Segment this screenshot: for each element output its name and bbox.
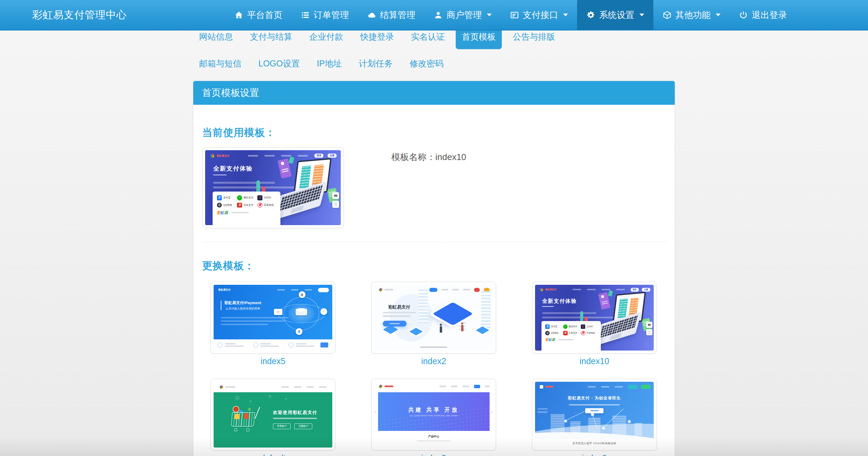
template-grid: 彩虹易支付 彩虹易支付/Payment让支付接入前所未有的简单 (202, 282, 666, 456)
list-icon (301, 11, 310, 20)
alipay-icon (217, 195, 222, 200)
wechat-pay-icon (563, 324, 568, 329)
template-thumbnail[interactable]: 彩虹易支付 - 为创业者而生 全天候无人值守 7X24小时高效运转 (532, 379, 657, 451)
template-thumbnail[interactable]: 彩虹易支付 (371, 282, 496, 354)
preview-logo-text: 彩虹易支付 (217, 154, 230, 157)
home-icon (234, 11, 243, 20)
template-name-link[interactable]: default (211, 453, 335, 456)
template-name-link[interactable]: index3 (371, 453, 496, 456)
qq-icon (299, 291, 305, 298)
logo-icon (540, 385, 543, 389)
template-card-index8[interactable]: 彩虹易支付 - 为创业者而生 全天候无人值守 7X24小时高效运转 (532, 379, 657, 456)
check-icon (320, 308, 327, 315)
nav-item-platform-home[interactable]: 平台首页 (225, 0, 292, 30)
tabs-row-2: 邮箱与短信 LOGO设置 IP地址 计划任务 修改密码 (193, 54, 675, 73)
jd-pay-icon (563, 331, 568, 335)
rainbow-logo-icon (211, 154, 214, 157)
rainbow-logo-icon (379, 288, 382, 292)
credit-card-icon (510, 11, 519, 20)
nav-item-payment-api[interactable]: 支付接口 (501, 0, 577, 30)
tab-scheduled-tasks[interactable]: 计划任务 (353, 54, 399, 73)
nav-item-logout[interactable]: 退出登录 (730, 0, 796, 30)
mail-icon (274, 309, 282, 315)
rainbow-logo-icon (379, 385, 382, 388)
app-title: 彩虹易支付管理中心 (32, 8, 127, 22)
nav-item-label: 退出登录 (752, 9, 787, 21)
template-card-index5[interactable]: 彩虹易支付 彩虹易支付/Payment让支付接入前所未有的简单 (211, 282, 335, 366)
template-preview-index5: 彩虹易支付 彩虹易支付/Payment让支付接入前所未有的简单 (214, 285, 332, 351)
preview-login-button: 登录 (314, 154, 324, 158)
template-thumbnail[interactable]: 欢迎使用彩虹易支付 登录账户 注册账户 (211, 379, 335, 451)
template-preview-default: 欢迎使用彩虹易支付 登录账户 注册账户 (214, 382, 332, 448)
gear-icon (586, 11, 595, 20)
cube-icon (663, 11, 672, 20)
next-arrow-icon: › (491, 409, 492, 415)
nav-item-settlement[interactable]: 结算管理 (358, 0, 425, 30)
current-template-name: 模板名称：index10 (391, 151, 466, 163)
template-settings-panel: 首页模板设置 当前使用模板： 彩虹易支付 登录 注册 全新支付体验 (193, 81, 675, 456)
template-preview-index10: 彩虹易支付 登录 注册 全新支付体验 (205, 150, 341, 225)
cloud-icon (367, 11, 376, 20)
template-preview-index3: 共建 共享 开放 CO CONSTRUCTION SHARING AND OPE… (374, 382, 493, 448)
template-thumbnail[interactable]: 共建 共享 开放 CO CONSTRUCTION SHARING AND OPE… (371, 379, 496, 451)
power-icon (739, 11, 748, 20)
preview-headline: 彩虹易支付 (383, 304, 416, 310)
preview-headline: 全新支付体验 (213, 165, 253, 172)
tab-logo-settings[interactable]: LOGO设置 (252, 54, 306, 73)
preview-headline: 彩虹易支付/Payment (224, 301, 261, 305)
baidu-wallet-icon (257, 203, 262, 208)
nav-item-other-functions[interactable]: 其他功能 (653, 0, 730, 30)
template-thumbnail[interactable]: 彩虹易支付 彩虹易支付/Payment让支付接入前所未有的简单 (211, 282, 335, 354)
template-name-link[interactable]: index5 (211, 356, 335, 366)
preview-headline: 欢迎使用彩虹易支付 (273, 410, 317, 415)
qq-wallet-icon (545, 331, 550, 335)
nav-item-system-settings[interactable]: 系统设置 (577, 0, 653, 30)
template-card-default[interactable]: 欢迎使用彩虹易支付 登录账户 注册账户 default (211, 379, 335, 456)
chevron-down-icon (487, 14, 492, 16)
current-template-heading: 当前使用模板： (202, 126, 666, 140)
payment-methods-panel: 支付宝 微信支付 云闪付 QQ钱包 京东支付 百度钱包 彩虹易 (541, 321, 601, 351)
nav-item-merchants[interactable]: 商户管理 (425, 0, 501, 30)
panel-body: 当前使用模板： 彩虹易支付 登录 注册 全新支付体验 (193, 105, 675, 456)
template-name-link[interactable]: index2 (371, 356, 496, 366)
tab-ip-address[interactable]: IP地址 (311, 54, 348, 73)
nav-item-orders[interactable]: 订单管理 (292, 0, 358, 30)
template-thumbnail[interactable]: 彩虹易支付 登录 注册 全新支付体验 (532, 282, 657, 354)
template-card-index10[interactable]: 彩虹易支付 登录 注册 全新支付体验 (532, 282, 657, 366)
shopping-cart-illustration (232, 404, 260, 432)
preview-login-button: 登录账户 (273, 423, 291, 429)
nav-item-label: 平台首页 (247, 9, 282, 21)
jd-pay-icon (237, 203, 242, 208)
prev-arrow-icon: ‹ (375, 409, 376, 415)
tab-change-password[interactable]: 修改密码 (403, 54, 450, 73)
section-divider (202, 242, 666, 242)
nav-item-label: 订单管理 (314, 9, 349, 21)
nav-item-label: 系统设置 (599, 9, 634, 21)
preview-headline: 全新支付体验 (542, 298, 577, 304)
nav-item-label: 商户管理 (447, 9, 482, 21)
payment-methods-panel: 支付宝 微信支付 云闪付 QQ钱包 京东支付 百度钱包 彩虹易 (213, 192, 280, 225)
template-card-index3[interactable]: 共建 共享 开放 CO CONSTRUCTION SHARING AND OPE… (371, 379, 496, 456)
alipay-icon (545, 324, 550, 329)
alipay-icon (296, 328, 302, 335)
rainbow-logo-icon (220, 385, 223, 389)
laptop-illustration (597, 292, 650, 339)
unionpay-icon (257, 195, 262, 200)
template-preview-index8: 彩虹易支付 - 为创业者而生 全天候无人值守 7X24小时高效运转 (535, 382, 654, 448)
change-template-heading: 更换模板： (202, 259, 666, 273)
panel-title: 首页模板设置 (193, 81, 675, 105)
page-content: 网站信息 支付与结算 企业付款 快捷登录 实名认证 首页模板 公告与排版 邮箱与… (0, 0, 868, 456)
template-card-index2[interactable]: 彩虹易支付 index2 (371, 282, 496, 366)
navbar-menu: 平台首页 订单管理 结算管理 商户管理 支付接口 系统设置 其他功能 (225, 0, 796, 30)
preview-headline: 共建 共享 开放 (408, 407, 459, 413)
template-preview-index10: 彩虹易支付 登录 注册 全新支付体验 (535, 285, 654, 351)
unionpay-icon (581, 324, 585, 329)
template-name-link[interactable]: index8 (532, 453, 657, 456)
template-name-link[interactable]: index10 (532, 356, 657, 366)
nav-item-label: 其他功能 (675, 9, 711, 21)
current-template-thumbnail[interactable]: 彩虹易支付 登录 注册 全新支付体验 (202, 147, 344, 228)
current-template-row: 彩虹易支付 登录 注册 全新支付体验 (202, 147, 666, 228)
tab-email-sms[interactable]: 邮箱与短信 (193, 54, 248, 73)
orbit-illustration (278, 294, 325, 333)
nav-item-label: 结算管理 (380, 9, 415, 21)
